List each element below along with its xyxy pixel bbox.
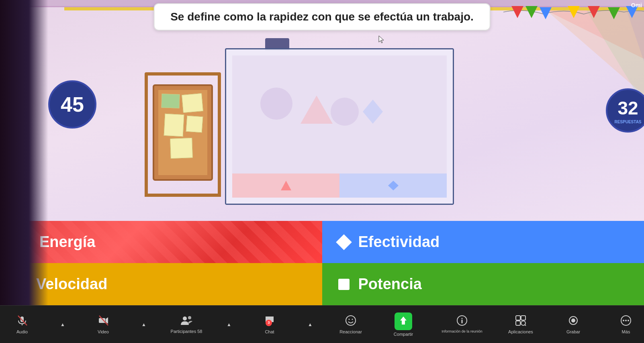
video-svg xyxy=(98,315,109,326)
game-area: 45 32 Respuestas Se define como la rapid… xyxy=(0,0,644,305)
grabar-svg xyxy=(568,315,579,326)
video-arrow-icon: ▲ xyxy=(141,322,146,327)
audio-button[interactable]: Audio xyxy=(4,306,40,343)
svg-point-32 xyxy=(521,321,525,325)
chat-badge: 3 xyxy=(266,320,272,326)
participantes-count: 58 xyxy=(197,329,202,334)
square-icon xyxy=(338,279,350,290)
video-icon xyxy=(98,315,109,328)
participantes-svg xyxy=(180,315,193,326)
participantes-button[interactable]: Participantes 58 xyxy=(166,306,206,343)
svg-point-8 xyxy=(331,98,359,126)
mas-button[interactable]: Más xyxy=(608,306,644,343)
aplicaciones-button[interactable]: Aplicaciones xyxy=(503,306,539,343)
audio-svg xyxy=(16,315,28,326)
answer-efectividad-button[interactable]: Efectividad xyxy=(322,221,644,263)
svg-rect-31 xyxy=(516,321,520,325)
screen-answer-row xyxy=(232,174,447,198)
svg-point-20 xyxy=(188,316,191,319)
grabar-button[interactable]: Grabar xyxy=(555,306,591,343)
info-svg xyxy=(456,315,468,326)
info-button[interactable]: Información de la reunión xyxy=(438,306,486,343)
note-2 xyxy=(182,93,203,113)
reaccionar-label: Reaccionar xyxy=(339,329,362,334)
video-arrow[interactable]: ▲ xyxy=(138,306,150,343)
audio-arrow[interactable]: ▲ xyxy=(57,306,69,343)
svg-point-7 xyxy=(260,88,292,120)
participantes-info: Participantes 58 xyxy=(171,329,202,334)
omi-name: Omi xyxy=(631,2,642,8)
screen-decorations xyxy=(244,71,416,157)
screen-triangle-icon xyxy=(280,180,292,192)
mas-label: Más xyxy=(622,329,630,334)
svg-marker-5 xyxy=(608,7,620,19)
aplicaciones-label: Aplicaciones xyxy=(508,329,533,334)
svg-point-27 xyxy=(462,318,463,319)
note-1 xyxy=(161,94,180,108)
projector-screen xyxy=(225,48,454,205)
audio-label: Audio xyxy=(16,329,28,334)
respuestas-label: Respuestas xyxy=(614,120,641,124)
timer-left-value: 45 xyxy=(61,92,84,116)
info-icon xyxy=(456,315,468,328)
compartir-icon xyxy=(395,312,412,330)
svg-point-23 xyxy=(352,318,353,320)
answer-energia-button[interactable]: Energía xyxy=(0,221,322,263)
answer-potencia-button[interactable]: Potencia xyxy=(322,263,644,305)
timer-right-value: 32 xyxy=(617,97,638,119)
chat-button[interactable]: 3 Chat xyxy=(251,306,288,343)
chat-arrow[interactable]: ▲ xyxy=(304,306,316,343)
door-area xyxy=(145,72,221,197)
svg-rect-28 xyxy=(462,320,463,323)
audio-arrow-icon: ▲ xyxy=(60,322,65,327)
svg-line-33 xyxy=(525,325,526,326)
svg-marker-0 xyxy=(511,6,523,18)
participantes-label: Participantes xyxy=(171,329,196,334)
svg-point-38 xyxy=(625,320,627,321)
note-4 xyxy=(170,138,193,159)
compartir-button[interactable]: Compartir xyxy=(385,306,421,343)
video-label: Video xyxy=(98,329,109,334)
aplicaciones-icon xyxy=(515,315,526,328)
efectividad-label: Efectividad xyxy=(358,233,440,251)
screen-answer-left xyxy=(232,174,339,198)
svg-point-35 xyxy=(571,318,575,323)
question-text: Se define como la rapidez con que se efe… xyxy=(170,10,474,23)
svg-marker-3 xyxy=(568,6,580,18)
svg-point-22 xyxy=(349,318,350,320)
screen-diamond-icon xyxy=(387,180,399,192)
left-edge xyxy=(0,0,48,305)
mas-icon xyxy=(620,315,632,328)
potencia-label: Potencia xyxy=(358,276,422,293)
bulletin-board xyxy=(153,84,213,181)
svg-point-19 xyxy=(183,316,187,321)
chat-icon: 3 xyxy=(264,315,275,328)
participantes-icon xyxy=(180,315,193,327)
question-banner: Se define como la rapidez con que se efe… xyxy=(153,3,491,31)
note-3 xyxy=(164,114,184,137)
toolbar: Audio ▲ Video ▲ Participantes xyxy=(0,305,644,343)
answer-velocidad-button[interactable]: Velocidad xyxy=(0,263,322,305)
svg-marker-10 xyxy=(363,100,383,124)
answers-area[interactable]: Energía Efectividad Velocidad Potencia xyxy=(0,221,644,305)
chat-label: Chat xyxy=(265,329,274,334)
screen-answer-right xyxy=(339,174,447,198)
audio-icon xyxy=(16,315,28,328)
video-button[interactable]: Video xyxy=(85,306,121,343)
bulletin-board-inner xyxy=(158,90,207,175)
info-label: Información de la reunión xyxy=(442,329,482,334)
participantes-arrow[interactable]: ▲ xyxy=(223,306,235,343)
reaccionar-svg xyxy=(345,315,356,326)
mas-svg xyxy=(620,315,632,326)
grabar-icon xyxy=(568,315,579,328)
chat-arrow-icon: ▲ xyxy=(308,322,313,327)
compartir-svg xyxy=(397,314,410,327)
svg-marker-4 xyxy=(588,6,600,18)
grabar-label: Grabar xyxy=(566,329,580,334)
svg-point-21 xyxy=(346,316,356,325)
svg-marker-12 xyxy=(388,181,399,190)
participantes-arrow-icon: ▲ xyxy=(227,322,231,327)
bunting-flags xyxy=(503,4,644,44)
reaccionar-icon xyxy=(345,315,356,328)
reaccionar-button[interactable]: Reaccionar xyxy=(333,306,369,343)
